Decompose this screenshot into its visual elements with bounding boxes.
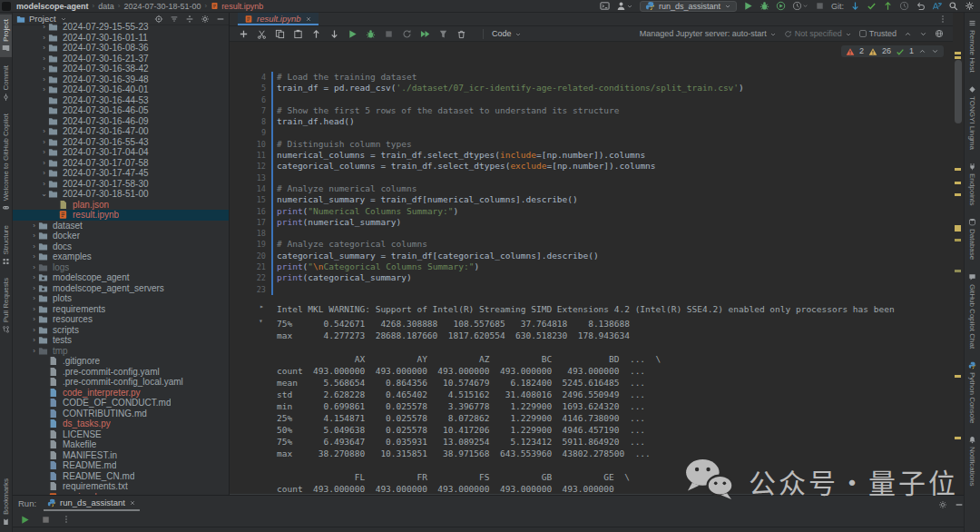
tree-chevron-icon[interactable]: › [40, 54, 48, 63]
checkbox-icon[interactable] [859, 30, 867, 37]
tree-chevron-icon[interactable]: › [30, 232, 38, 240]
expand-collapse-icon[interactable] [185, 14, 194, 24]
tool-stripe-github-copilot-chat[interactable]: GitHub Copilot Chat [966, 269, 978, 353]
tree-chevron-icon[interactable]: › [40, 159, 48, 167]
run-tab[interactable]: run_ds_assistant [44, 497, 140, 511]
tree-chevron-icon[interactable]: › [40, 148, 48, 156]
run-icon[interactable] [743, 1, 753, 11]
tree-chevron-icon[interactable]: › [40, 44, 48, 52]
paste-cell-icon[interactable] [293, 28, 303, 37]
tree-item[interactable]: ›plots [13, 293, 229, 304]
tree-item[interactable]: .pre-commit-config_local.yaml [13, 377, 229, 388]
git-push-icon[interactable] [883, 1, 893, 11]
tree-item[interactable]: ›tmp [13, 346, 229, 357]
tree-item[interactable]: ›modelscope_agent [13, 272, 229, 283]
tab-options-kebab-icon[interactable] [938, 13, 953, 25]
tree-item[interactable]: ›logs [13, 262, 229, 273]
tree-item[interactable]: ›2024-07-30-16-39-48 [13, 74, 229, 85]
breadcrumb-item[interactable]: modelscope-agent [16, 2, 89, 11]
tree-item[interactable]: ›2024-07-30-17-07-58 [13, 158, 229, 169]
tree-item[interactable]: Makefile [13, 439, 229, 450]
trusted-checkbox[interactable]: Trusted [859, 29, 897, 38]
tool-stripe-commit[interactable]: Commit [0, 61, 12, 106]
tree-chevron-icon[interactable]: › [40, 85, 48, 94]
delete-cell-icon[interactable] [456, 28, 466, 37]
tool-stripe-notifications[interactable]: Notifications [966, 431, 978, 491]
search-icon[interactable] [948, 1, 958, 11]
fold-expanded-icon[interactable]: ▾ [259, 317, 263, 325]
clear-outputs-icon[interactable] [438, 28, 448, 37]
tree-chevron-icon[interactable]: › [30, 222, 38, 230]
tree-chevron-icon[interactable]: › [40, 169, 48, 177]
tree-item[interactable]: ›2024-07-30-16-21-37 [13, 54, 229, 64]
tree-item[interactable]: ›resources [13, 314, 229, 325]
tree-chevron-icon[interactable]: › [30, 315, 38, 323]
tree-item[interactable]: code_interpreter.py [13, 388, 229, 399]
settings-icon[interactable] [965, 1, 975, 11]
tree-chevron-icon[interactable]: › [30, 336, 38, 344]
tree-item[interactable]: 2024-07-30-16-46-05 [13, 105, 229, 116]
add-cell-icon[interactable] [239, 28, 249, 37]
tool-stripe-bookmarks[interactable]: Bookmarks [0, 474, 12, 530]
tree-item[interactable]: 2024-07-30-16-46-09 [13, 116, 229, 127]
tree-item[interactable]: ›2024-07-30-16-40-01 [13, 84, 229, 95]
tree-item[interactable]: ›2024-07-30-16-47-00 [13, 126, 229, 137]
run-cell-icon[interactable] [348, 28, 358, 37]
tool-stripe-project[interactable]: Project [0, 15, 12, 57]
tree-item[interactable]: README_CN.md [13, 471, 229, 482]
tree-item[interactable]: ›2024-07-30-16-38-42 [13, 64, 229, 74]
inspections-widget[interactable]: 2 26 1 [841, 45, 944, 57]
tab-result-ipynb[interactable]: result.ipynb [238, 13, 318, 25]
tree-item[interactable]: plan.json [13, 200, 229, 211]
scrollbar-thumb[interactable] [955, 60, 962, 123]
tree-item[interactable]: .gitignore [13, 356, 229, 367]
expand-all-cells-icon[interactable] [919, 29, 927, 38]
tree-item[interactable]: README.md [13, 460, 229, 471]
gear-icon[interactable] [201, 14, 210, 24]
tree-item[interactable]: ›2024-07-30-16-01-11 [13, 33, 229, 44]
tree-chevron-icon[interactable]: › [30, 242, 38, 251]
stop-icon[interactable] [815, 1, 825, 11]
git-commit-icon[interactable] [867, 1, 877, 11]
tool-stripe-pull-requests[interactable]: Pull Requests [0, 273, 12, 338]
collapse-all-cells-icon[interactable] [904, 29, 912, 38]
tree-item[interactable]: ›2024-07-30-17-58-30 [13, 179, 229, 190]
tree-chevron-icon[interactable]: › [40, 64, 48, 73]
tree-item[interactable]: CONTRIBUTING.md [13, 409, 229, 419]
tree-item[interactable]: CODE_OF_CONDUCT.md [13, 398, 229, 409]
tool-stripe-welcome-to-github-copilot[interactable]: Welcome to GitHub Copilot [0, 109, 12, 216]
breadcrumb[interactable]: modelscope-agent›data›2024-07-30-18-51-0… [16, 2, 263, 11]
tree-chevron-icon[interactable]: › [30, 252, 38, 261]
floating-minimize-icon[interactable] [955, 496, 964, 512]
rerun-button[interactable] [20, 511, 30, 527]
tree-item[interactable]: ›dataset [13, 221, 229, 232]
floating-settings-gear-icon[interactable] [938, 496, 947, 512]
stop-kernel-icon[interactable] [384, 28, 394, 37]
tree-chevron-icon[interactable]: › [30, 284, 38, 292]
breadcrumb-item[interactable]: data [98, 2, 114, 11]
tool-stripe-endpoints[interactable]: Endpoints [966, 158, 978, 211]
tree-item[interactable]: .pre-commit-config.yaml [13, 367, 229, 378]
tree-item[interactable]: requirements.txt [13, 481, 229, 492]
tree-chevron-icon[interactable]: › [30, 347, 38, 355]
tree-item[interactable]: ›2024-07-30-16-55-43 [13, 137, 229, 148]
run-all-icon[interactable] [420, 28, 430, 37]
run-config-select[interactable]: run_ds_assistant [640, 1, 737, 12]
cut-cell-icon[interactable] [257, 28, 267, 37]
tree-item[interactable]: ›modelscope_agent_servers [13, 283, 229, 294]
tree-item[interactable]: ›2024-07-30-16-08-36 [13, 43, 229, 54]
cell-type-select[interactable]: Code [492, 29, 522, 38]
prev-issue-chevron-icon[interactable] [918, 46, 926, 55]
editor-scrollbar[interactable] [953, 13, 964, 495]
breadcrumb-file[interactable]: result.ipynb [211, 2, 263, 11]
stop-button[interactable] [41, 511, 51, 527]
tree-chevron-icon[interactable]: › [40, 75, 48, 84]
tree-chevron-icon[interactable]: › [40, 180, 48, 188]
tree-chevron-icon[interactable]: › [40, 138, 48, 146]
translate-icon[interactable] [932, 1, 942, 11]
tree-item[interactable]: ⌄2024-07-30-18-51-00 [13, 189, 229, 200]
copy-cell-icon[interactable] [275, 28, 285, 37]
breadcrumb-item[interactable]: 2024-07-30-18-51-00 [123, 2, 201, 11]
tree-chevron-icon[interactable]: › [40, 127, 48, 135]
hide-icon[interactable] [216, 14, 225, 24]
